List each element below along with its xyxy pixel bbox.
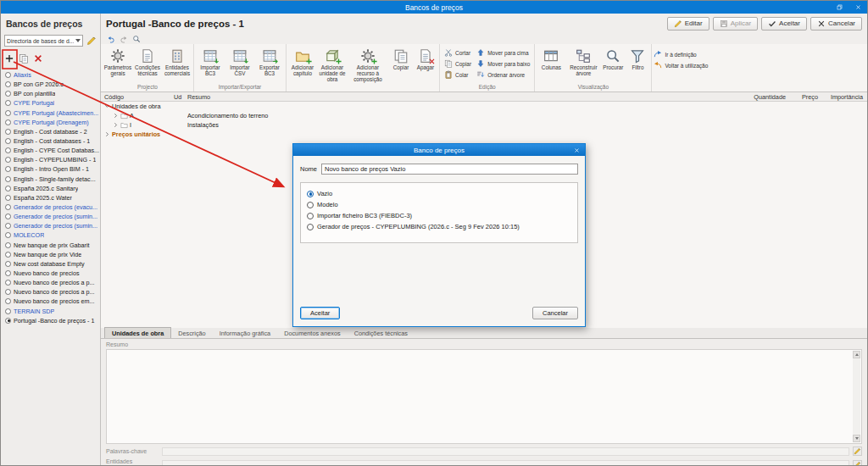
tab-descricao[interactable]: Descrição (171, 328, 212, 338)
colar-button[interactable]: Colar (444, 69, 471, 80)
database-list-item[interactable]: Nuevo banco de precios em... (1, 297, 100, 306)
database-list-item[interactable]: English - Cost databases - 1 (1, 136, 100, 146)
tab-documentos-anexos[interactable]: Documentos anexos (277, 328, 348, 338)
copiar-small-button[interactable]: Copiar (444, 58, 471, 69)
tree-row-unidades-de-obra[interactable]: Unidades de obra (101, 102, 867, 111)
database-list-item[interactable]: Nuevo banco de precios a p... (1, 278, 100, 287)
database-list-item[interactable]: New banque de prix Gabarit (1, 241, 100, 250)
tab-informacao-grafica[interactable]: Informação gráfica (213, 328, 277, 338)
database-list-item[interactable]: English - Intro Open BIM - 1 (1, 164, 100, 174)
delete-database-button[interactable] (32, 53, 44, 64)
database-list-item[interactable]: BP con plantilla (1, 89, 100, 98)
expander-closed-icon[interactable] (113, 113, 119, 119)
adicionar-recurso-button[interactable]: Adicionar recurso à composição (348, 46, 388, 83)
column-codigo[interactable]: Código (101, 93, 174, 101)
column-quantidade[interactable]: Quantidade (742, 93, 786, 101)
edit-keywords-button[interactable] (853, 447, 862, 456)
database-list-item[interactable]: Aliaxis (1, 70, 100, 80)
database-list-item[interactable]: Nuevo banco de precios (1, 269, 100, 278)
apagar-button[interactable]: Apagar (414, 46, 437, 70)
copy-icon (444, 59, 453, 68)
tab-unidades-de-obra[interactable]: Unidades de obra (104, 327, 171, 338)
edit-button[interactable]: Editar (667, 17, 709, 31)
database-list-item[interactable]: New banque de prix Vide (1, 250, 100, 259)
database-list-item[interactable]: English - Cost database - 2 (1, 127, 100, 136)
directory-dropdown[interactable]: Directoria de bases de d... (4, 35, 83, 47)
edit-entities-button[interactable] (853, 460, 862, 466)
scroll-up-button[interactable] (853, 351, 860, 358)
ir-definicao-button[interactable]: Ir à definição (654, 49, 708, 59)
vertical-scrollbar[interactable] (853, 351, 860, 442)
edit-directory-button[interactable] (86, 35, 97, 47)
apply-button[interactable]: Aplicar (713, 17, 758, 31)
scroll-down-button[interactable] (853, 435, 860, 442)
option-importar-bc3[interactable]: Importar ficheiro BC3 (FIEBDC-3) (307, 210, 571, 221)
column-resumo[interactable]: Resumo (187, 93, 742, 101)
tab-condicoes-tecnicas[interactable]: Condições técnicas (348, 328, 415, 338)
option-modelo[interactable]: Modelo (307, 199, 571, 210)
database-list-item[interactable]: CYPE Portugal (1, 98, 100, 108)
database-list-item[interactable]: Nuevo banco de precios a p... (1, 287, 100, 297)
cortar-button[interactable]: Cortar (444, 47, 471, 58)
column-importancia[interactable]: Importância (818, 93, 867, 101)
database-list-item[interactable]: Generador de precios (evacu... (1, 202, 100, 212)
parametros-gerais-button[interactable]: Parâmetros gerais (103, 46, 132, 76)
expander-closed-icon[interactable] (113, 122, 119, 128)
expander-closed-icon[interactable] (104, 131, 110, 137)
accept-button[interactable]: Aceitar (761, 17, 807, 31)
database-list-item[interactable]: English - CYPEPLUMBING - 1 (1, 155, 100, 164)
exportar-bc3-button[interactable]: Exportar BC3 (255, 46, 284, 76)
filtro-button[interactable]: Filtro (626, 46, 649, 70)
tree-row-chapter[interactable]: A Acondicionamento do terreno (101, 111, 867, 120)
option-vazio[interactable]: Vazio (307, 188, 571, 199)
dialog-accept-button[interactable]: Aceitar (300, 307, 340, 319)
resumo-textarea[interactable] (106, 349, 862, 444)
tree-row-precos-unitarios[interactable]: Preços unitários (101, 130, 867, 139)
name-input[interactable] (321, 164, 578, 175)
database-list-item[interactable]: Generador de precios (sumin... (1, 221, 100, 230)
condicoes-tecnicas-button[interactable]: Condições técnicas (133, 46, 162, 76)
restore-window-button[interactable] (830, 1, 849, 14)
entities-input[interactable] (162, 460, 849, 466)
importar-bc3-button[interactable]: Importar BC3 (196, 46, 225, 76)
column-preco[interactable]: Preço (786, 93, 818, 101)
colunas-button[interactable]: Colunas (537, 46, 565, 70)
importar-csv-button[interactable]: Importar CSV (225, 46, 254, 76)
database-list-item[interactable]: BP con GP 2026.c (1, 80, 100, 89)
new-database-button[interactable] (3, 53, 15, 64)
reconstruir-arvore-button[interactable]: Reconstruir árvore (566, 46, 600, 76)
undo-button[interactable] (107, 35, 115, 43)
database-list-item[interactable]: CYPE Portugal (Abastecimen... (1, 108, 100, 118)
entidades-comerciais-button[interactable]: Entidades comerciais (163, 46, 192, 76)
cancel-button[interactable]: Cancelar (810, 17, 862, 31)
database-list-item[interactable]: CYPE Portugal (Drenagem) (1, 118, 100, 127)
database-list-item[interactable]: New cost database Empty (1, 259, 100, 269)
mover-cima-button[interactable]: Mover para cima (476, 47, 530, 58)
tree-row-chapter[interactable]: I Instalações (101, 120, 867, 130)
column-ud[interactable]: Ud (174, 93, 187, 101)
database-list-item[interactable]: English - Single-family detac... (1, 175, 100, 184)
voltar-utilizacao-button[interactable]: Voltar à utilização (654, 60, 708, 70)
copy-database-button[interactable] (18, 53, 30, 64)
redo-button[interactable] (120, 35, 128, 43)
mover-baixo-button[interactable]: Mover para baixo (476, 58, 530, 69)
adicionar-capitulo-button[interactable]: Adicionar capítulo (288, 46, 317, 76)
close-window-button[interactable] (849, 1, 867, 14)
dialog-close-button[interactable] (568, 144, 585, 156)
database-list-item[interactable]: English - CYPE Cost Databas... (1, 146, 100, 155)
keywords-input[interactable] (162, 447, 849, 456)
dialog-cancel-button[interactable]: Cancelar (532, 307, 578, 319)
database-list-item[interactable]: MOLECOR (1, 230, 100, 240)
zoom-button[interactable] (132, 35, 141, 43)
procurar-button[interactable]: Procurar (601, 46, 625, 70)
copiar-button[interactable]: Copiar (389, 46, 413, 70)
option-gerador-precos[interactable]: Gerador de preços - CYPEPLUMBING (2026.c… (307, 221, 571, 232)
database-list-item[interactable]: España 2025.c Sanitary (1, 184, 100, 193)
database-list-item[interactable]: TERRAIN SDP (1, 307, 100, 316)
database-list-item[interactable]: Generador de precios (sumin... (1, 212, 100, 221)
database-list-item-selected[interactable]: Portugal -Banco de preços - 1 (1, 316, 100, 325)
ordenar-arvore-button[interactable]: Ordenar árvore (476, 69, 530, 80)
adicionar-unidade-obra-button[interactable]: Adicionar unidade de obra (318, 46, 347, 83)
database-list-item[interactable]: España 2025.c Water (1, 193, 100, 202)
expander-open-icon[interactable] (104, 103, 110, 109)
